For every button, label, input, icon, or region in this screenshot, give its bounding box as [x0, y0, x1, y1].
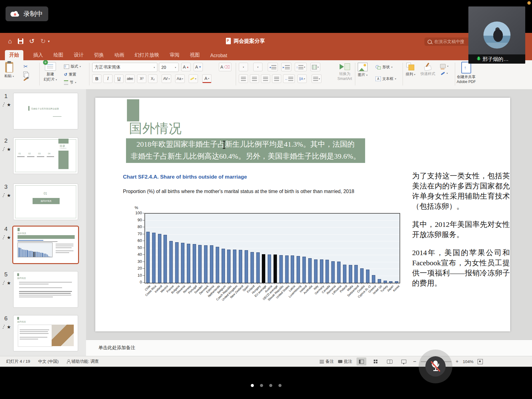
reset-button[interactable]: ↺重置 [64, 72, 76, 77]
pagination-dot-2[interactable] [260, 384, 263, 387]
notes-toggle-button[interactable]: 备注 [320, 359, 334, 364]
slide-thumbnail-4-selected[interactable]: 国外情况 [12, 226, 79, 264]
tab-2[interactable]: 插入 [33, 50, 44, 60]
tab-6[interactable]: 动画 [114, 50, 125, 60]
shapes-button[interactable]: 形状▾ [376, 65, 392, 70]
grid-view-icon [374, 360, 377, 363]
superscript-button[interactable]: X² [137, 74, 146, 83]
format-painter-icon[interactable] [23, 77, 28, 81]
create-pdf-button[interactable]: 创建并共享Adobe PDF [457, 62, 476, 84]
slide-title[interactable]: 国外情况 [129, 120, 182, 137]
layout-button[interactable]: 版式▾ [64, 64, 81, 69]
bar-bulgaria [175, 242, 179, 283]
save-icon[interactable] [18, 38, 23, 44]
reading-view-button[interactable] [385, 358, 395, 365]
slide-thumbnail-6[interactable]: 国内情况 · [13, 315, 78, 351]
redo-icon[interactable]: ↻ [40, 37, 46, 45]
new-slide-button[interactable]: 新建幻灯片 ▾ [44, 62, 57, 82]
bar-poland [343, 265, 346, 283]
character-spacing-button[interactable]: AV▾ [162, 74, 171, 83]
align-center-button[interactable] [250, 74, 259, 83]
paste-button[interactable]: 粘贴 ▾ [4, 62, 14, 79]
normal-view-button[interactable] [357, 358, 366, 365]
zoom-out-button[interactable]: − [413, 358, 416, 365]
numbering-button[interactable]: ▾ [253, 63, 262, 71]
increase-indent-button[interactable]: ▸ [281, 63, 291, 71]
zoom-level[interactable]: 104% [463, 359, 474, 364]
tab-5[interactable]: 切换 [93, 50, 104, 60]
slideshow-button[interactable] [399, 358, 409, 365]
y-tick-label: 40 [128, 252, 142, 257]
transition-star-icon: ★ [7, 280, 11, 286]
fit-to-window-button[interactable] [478, 359, 483, 364]
strikethrough-button[interactable]: abe [125, 74, 135, 83]
slide-right-text[interactable]: 为了支持这一类女性，包括英美法在内的许多西方国家都允许单身女性采用辅助生育技术（… [412, 171, 510, 296]
text-highlight-button[interactable]: ▾ [189, 74, 198, 83]
section-button[interactable]: 节▾ [64, 80, 76, 85]
slide-canvas[interactable]: 国外情况 2018年欧盟国家非婚生子占新生儿比例平均是41.3%。其中，法国的 … [95, 98, 510, 331]
text-direction-button[interactable]: ∥A▾ [298, 74, 307, 83]
mute-toggle-button[interactable] [425, 356, 446, 377]
decrease-indent-button[interactable]: ◂ [268, 63, 278, 71]
align-right-button[interactable] [261, 74, 270, 83]
notes-pane[interactable]: 单击此处添加备注 [86, 340, 532, 356]
change-case-button[interactable]: Aa▾ [175, 74, 185, 83]
slide-thumbnail-1[interactable]: 非婚生子女权利落实两会提案 [13, 93, 78, 129]
slide-thumbnail-3[interactable]: 01 国内外情况 [13, 184, 78, 220]
accessibility-status[interactable]: 辅助功能: 调查 [67, 359, 99, 364]
cut-icon[interactable]: ✂ [23, 63, 28, 70]
pagination-dot-1[interactable] [251, 384, 254, 387]
line-spacing-button[interactable]: ↕▾ [295, 63, 307, 71]
convert-to-smartart-button[interactable]: 转换为SmartArt [337, 63, 352, 81]
font-color-button[interactable]: A▾ [202, 74, 211, 83]
tab-10[interactable]: Acrobat [210, 51, 228, 60]
pagination-dot-4[interactable] [278, 384, 282, 387]
increase-font-button[interactable]: A▲ [181, 63, 191, 71]
font-size-select[interactable]: 20▾ [159, 63, 179, 72]
participant-video-tile[interactable]: 邢子烟的… [468, 6, 525, 64]
tab-9[interactable]: 视图 [189, 50, 200, 60]
copy-icon[interactable] [23, 72, 28, 77]
distribute-text-button[interactable]: ↔ [283, 74, 295, 83]
picture-button[interactable]: 图片 ▾ [358, 63, 368, 77]
subscript-button[interactable]: X₂ [148, 74, 157, 83]
shape-fill-button[interactable]: ▾ [440, 64, 448, 68]
font-name-select[interactable]: 方正书宋简体▾ [92, 63, 157, 72]
shape-outline-button[interactable]: ▾ [441, 72, 448, 75]
tab-8[interactable]: 审阅 [169, 50, 180, 60]
align-left-button[interactable] [239, 74, 248, 83]
language-indicator[interactable]: 中文 (中国) [38, 359, 59, 364]
justify-button[interactable] [272, 74, 281, 83]
comments-toggle-button[interactable]: 批注 [338, 359, 352, 364]
highlighted-text-block[interactable]: 2018年欧盟国家非婚生子占新生儿比例平均是41.3%。其中，法国的 非婚生子占… [126, 138, 365, 163]
bullets-button[interactable]: ▾ [239, 63, 248, 71]
arrange-button[interactable]: 排列 ▾ [406, 63, 415, 77]
tab-1[interactable]: 开始 [5, 50, 23, 60]
slide-sorter-view-button[interactable] [371, 358, 380, 365]
recording-indicator[interactable]: 录制中 [6, 6, 48, 21]
italic-button[interactable]: I [103, 74, 112, 83]
textbox-button[interactable]: A 文本框▾ [376, 76, 396, 81]
y-tick-label: 100 [128, 211, 142, 215]
home-icon[interactable]: ⌂ [8, 37, 12, 45]
undo-icon[interactable]: ↺ [29, 37, 35, 45]
zoom-in-button[interactable]: + [456, 359, 459, 364]
tab-4[interactable]: 设计 [73, 50, 84, 60]
clear-formatting-button[interactable]: A⌫ [219, 63, 231, 71]
columns-button[interactable]: ▾ [310, 63, 320, 71]
align-text-button[interactable]: ▾ [312, 74, 321, 83]
slide-thumbnail-2[interactable]: 目录 CONTENTS 01 02 03 04 [13, 137, 78, 174]
quick-styles-button[interactable]: 快速样式 [420, 63, 435, 77]
bar-slovak-republic [279, 255, 283, 283]
underline-button[interactable]: U [114, 74, 124, 83]
bar-portugal [193, 244, 196, 283]
pagination-dot-3[interactable] [269, 384, 272, 387]
customize-toolbar-icon[interactable]: ▾ [48, 37, 50, 45]
bold-button[interactable]: B [92, 74, 101, 83]
decrease-font-button[interactable]: A▼ [194, 63, 203, 71]
tab-3[interactable]: 绘图 [53, 50, 64, 60]
ribbon: 粘贴 ▾ ✂ 新建幻灯片 ▾ 版式▾ ↺重置 节▾ 方正书宋简体▾ [0, 60, 532, 89]
bar-hungary [256, 252, 260, 283]
slide-thumbnail-5[interactable]: 国内情况 [13, 271, 78, 308]
tab-7[interactable]: 幻灯片放映 [134, 50, 160, 60]
